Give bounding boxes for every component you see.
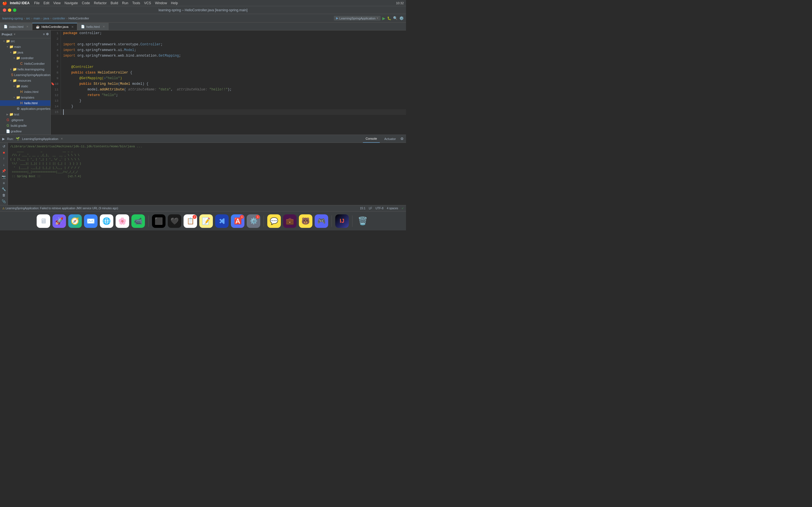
rerun-button[interactable]: ↺ — [1, 144, 7, 149]
dock-safari[interactable]: 🧭 — [68, 214, 82, 228]
menu-run[interactable]: Run — [120, 1, 130, 5]
close-run-tab[interactable]: ✕ — [61, 137, 63, 140]
debug-button[interactable]: 🐛 — [387, 16, 391, 20]
dock-discord[interactable]: 🎮 — [315, 214, 328, 228]
pin2-button[interactable]: 📎 — [1, 199, 7, 204]
run-tab-console[interactable]: Console — [363, 135, 380, 143]
settings-button[interactable]: ⚙️ — [399, 16, 404, 20]
close-tab-index[interactable]: ✕ — [26, 25, 29, 28]
menu-refactor[interactable]: Refactor — [92, 1, 108, 5]
breadcrumb-class[interactable]: HelloController — [68, 17, 89, 20]
apple-logo[interactable]: 🍎 — [2, 1, 7, 5]
run-app-name[interactable]: LearningSpringApplication — [22, 137, 58, 140]
menu-file[interactable]: File — [33, 1, 41, 5]
tree-build-gradle[interactable]: G build.gradle — [0, 123, 50, 128]
dock-kakaotalk[interactable]: 💬 — [267, 214, 281, 228]
menu-help[interactable]: Help — [169, 1, 180, 5]
dock-facetime[interactable]: 📹 — [132, 214, 145, 228]
tab-index-html[interactable]: 📄 index.html ✕ — [0, 23, 32, 30]
reminders-badge: 2 — [193, 215, 197, 219]
html-file-icon: 📄 — [4, 25, 8, 29]
line-separator[interactable]: LF — [369, 207, 372, 210]
dock-iterm[interactable]: 🖤 — [168, 214, 181, 228]
close-button[interactable] — [3, 8, 6, 12]
cursor-position[interactable]: 15:1 — [360, 207, 365, 210]
delete-button[interactable]: 🗑 — [1, 193, 7, 198]
dock-launchpad[interactable]: 🚀 — [52, 214, 66, 228]
tree-learning-app[interactable]: S LearningSpringApplication — [0, 72, 50, 78]
minimize-button[interactable] — [8, 8, 11, 12]
menu-edit[interactable]: Edit — [42, 1, 51, 5]
dock-terminal[interactable]: ⬛ — [152, 214, 165, 228]
tree-src[interactable]: ▾ 📁 src — [0, 38, 50, 44]
tree-item-label: application.properties — [21, 107, 50, 110]
dock-reminders[interactable]: 📋 2 — [184, 214, 197, 228]
tree-gitignore[interactable]: G .gitignore — [0, 117, 50, 123]
dock-finder[interactable]: 🖥 — [37, 214, 50, 228]
dock-intellij[interactable]: IJ — [335, 214, 349, 228]
tree-hello-html[interactable]: H hello.html — [0, 100, 50, 106]
tree-index-html[interactable]: H index.html — [0, 89, 50, 95]
dock-photos[interactable]: 🌸 — [116, 214, 129, 228]
camera-button[interactable]: 📷 — [1, 175, 7, 180]
breadcrumb-java[interactable]: java — [43, 17, 49, 20]
indent-setting[interactable]: 4 spaces — [387, 207, 398, 210]
encoding[interactable]: UTF-8 — [375, 207, 384, 210]
dock-systemprefs[interactable]: ⚙️ 1 — [247, 214, 260, 228]
breadcrumb-project[interactable]: learning-spring — [2, 17, 23, 20]
tree-resources[interactable]: ▾ 📁 resources — [0, 78, 50, 83]
dock-trash[interactable]: 🗑️ — [356, 214, 369, 228]
tree-gradlew[interactable]: 📄 gradlew — [0, 128, 50, 134]
menu-view[interactable]: View — [52, 1, 62, 5]
run-config-selector[interactable]: ▶ LearningSpringApplication ▾ — [334, 16, 380, 20]
tree-controller[interactable]: ▾ 📁 controller — [0, 55, 50, 61]
pin-button[interactable]: 📌 — [1, 168, 7, 173]
tree-hello-learningspring[interactable]: ▾ 📁 hello.learningspring — [0, 66, 50, 72]
menu-window[interactable]: Window — [153, 1, 169, 5]
tree-test[interactable]: ▶ 📁 test — [0, 112, 50, 117]
menu-code[interactable]: Code — [80, 1, 92, 5]
tree-app-props[interactable]: ⚙ application.properties — [0, 106, 50, 112]
run-button[interactable]: ▶ — [382, 16, 386, 20]
filter-button[interactable]: ≡ — [1, 180, 7, 186]
settings-icon[interactable]: ⚙ — [46, 33, 49, 36]
tab-hello-html[interactable]: 📄 hello.html ✕ — [77, 23, 109, 30]
dock-notes[interactable]: 📝 — [199, 214, 213, 228]
collapse-all-button[interactable]: ≡ — [43, 33, 45, 36]
dock-mail[interactable]: ✉️ — [84, 214, 98, 228]
scroll-up-button[interactable]: ↑ — [1, 156, 7, 161]
close-tab-hello[interactable]: ✕ — [103, 25, 105, 28]
run-tab-actuator[interactable]: Actuator — [382, 135, 399, 143]
scroll-down-button[interactable]: ↓ — [1, 162, 7, 167]
dock-appstore[interactable]: 🅰️ 1 — [231, 214, 245, 228]
code-editor[interactable]: 1 package controller; 2 3 import org.spr… — [51, 31, 406, 135]
breadcrumb-src[interactable]: src — [26, 17, 30, 20]
dock-vscode[interactable] — [215, 214, 229, 228]
tree-gradlew-bat[interactable]: 📄 gradlew.bat — [0, 134, 50, 135]
tab-hello-controller[interactable]: ☕ HelloController.java ✕ — [32, 23, 77, 30]
dock-slack[interactable]: 💼 — [283, 214, 297, 228]
nav-bar: learning-spring › src › main › java › co… — [0, 14, 406, 22]
dock-kakao[interactable]: 🐻 — [299, 214, 312, 228]
app-name[interactable]: IntelliJ IDEA — [10, 1, 30, 5]
console-output[interactable]: /Library/Java/JavaVirtualMachines/jdk-11… — [8, 143, 406, 205]
search-button[interactable]: 🔍 — [393, 16, 398, 20]
menu-build[interactable]: Build — [109, 1, 120, 5]
tree-java[interactable]: ▾ 📁 java — [0, 50, 50, 55]
wrench-button[interactable]: 🔧 — [1, 187, 7, 192]
menu-tools[interactable]: Tools — [131, 1, 142, 5]
maximize-button[interactable] — [13, 8, 16, 12]
sidebar-dropdown-icon[interactable]: ▾ — [14, 33, 15, 36]
close-tab-controller[interactable]: ✕ — [71, 25, 73, 29]
stop-button[interactable]: ■ — [1, 150, 7, 155]
menu-navigate[interactable]: Navigate — [63, 1, 80, 5]
menu-vcs[interactable]: VCS — [142, 1, 153, 5]
settings-run-button[interactable]: ⚙ — [400, 136, 404, 141]
dock-chrome[interactable]: 🌐 — [100, 214, 113, 228]
tree-templates[interactable]: ▾ 📁 templates — [0, 95, 50, 100]
tree-main[interactable]: ▾ 📁 main — [0, 44, 50, 50]
breadcrumb-controller[interactable]: controller — [52, 17, 65, 20]
tree-static[interactable]: ▾ 📁 static — [0, 83, 50, 89]
tree-hello-controller[interactable]: C HelloController — [0, 61, 50, 66]
breadcrumb-main[interactable]: main — [34, 17, 40, 20]
